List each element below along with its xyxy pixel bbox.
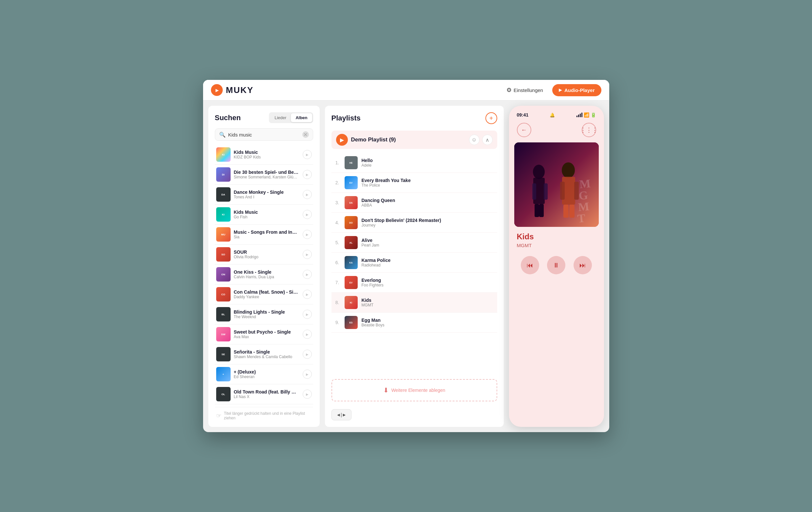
svg-text:T: T [577, 211, 586, 225]
playlist-chevron-button[interactable]: ∧ [482, 134, 493, 145]
song-title: Die 30 besten Spiel- und Beweg... [234, 170, 299, 175]
track-artist: Pearl Jam [361, 243, 495, 247]
pause-button[interactable]: ⏸ [547, 256, 566, 274]
play-song-button[interactable]: ▶ [303, 270, 312, 279]
track-info: Alive Pearl Jam [361, 238, 495, 247]
track-thumb: EV [345, 176, 358, 189]
clear-icon[interactable]: ✕ [302, 131, 309, 138]
list-item[interactable]: KI Kids Music Go Fish ▶ [215, 205, 313, 224]
table-row[interactable]: 8. KI Kids MGMT [331, 293, 497, 313]
track-thumb: EG [345, 316, 358, 329]
playlist-panel: Playlists + ▶ Demo Playlist (9) ☺ ∧ [325, 106, 504, 427]
play-icon: ▶ [559, 88, 562, 92]
header: MUKY ⚙ Einstellungen ▶ Audio-Player [203, 80, 609, 100]
track-info: Kids MGMT [361, 298, 495, 307]
list-item[interactable]: MU Music - Songs From and Inspire... Sia… [215, 224, 313, 245]
menu-button[interactable]: ⋮⋮⋮ [582, 123, 596, 137]
list-item[interactable]: OL Old Town Road (feat. Billy Ray C... L… [215, 384, 313, 404]
list-item[interactable]: DI Die 30 besten Spiel- und Beweg... Sim… [215, 165, 313, 185]
song-thumb: CO [216, 287, 231, 302]
svg-point-7 [562, 162, 575, 178]
song-artist: Olivia Rodrigo [234, 255, 299, 259]
logo-icon [211, 84, 223, 96]
add-playlist-button[interactable]: + [486, 112, 497, 124]
play-song-button[interactable]: ▶ [303, 310, 312, 319]
track-info: Every Breath You Take The Police [361, 178, 495, 188]
song-thumb: MU [216, 227, 231, 242]
list-item[interactable]: + + (Deluxe) Ed Sheeran ▶ [215, 364, 313, 384]
track-title: Don't Stop Believin' (2024 Remaster) [361, 218, 495, 223]
list-item[interactable]: DA Dance Monkey - Single Tones And I ▶ [215, 185, 313, 205]
song-thumb: DA [216, 187, 231, 202]
svg-rect-6 [539, 204, 544, 217]
play-song-button[interactable]: ▶ [303, 210, 312, 219]
list-item[interactable]: SW Sweet but Psycho - Single Ava Max ▶ [215, 324, 313, 344]
table-row[interactable]: 4. DO Don't Stop Believin' (2024 Remaste… [331, 213, 497, 233]
play-song-button[interactable]: ▶ [303, 370, 312, 379]
playlist-name-row: ▶ Demo Playlist (9) ☺ ∧ [331, 131, 497, 149]
song-artist: Ava Max [234, 335, 299, 339]
track-artist: Radiohead [361, 263, 495, 267]
tab-songs[interactable]: Lieder [270, 113, 291, 122]
track-number: 9. [334, 320, 341, 325]
play-song-button[interactable]: ▶ [303, 250, 312, 259]
search-input[interactable] [228, 132, 300, 138]
svg-rect-9 [560, 182, 565, 200]
track-title: Kids [361, 298, 495, 303]
list-item[interactable]: CO Con Calma (feat. Snow) - Single Daddy… [215, 284, 313, 304]
phone-icons: 📶 🔋 [577, 112, 596, 118]
song-thumb: KI [216, 147, 231, 162]
list-item[interactable]: ON One Kiss - Single Calvin Harris, Dua … [215, 265, 313, 284]
split-button[interactable]: ◄|► [331, 409, 351, 420]
tab-albums[interactable]: Alben [291, 113, 312, 122]
play-song-button[interactable]: ▶ [303, 150, 312, 159]
play-song-button[interactable]: ▶ [303, 230, 312, 239]
next-button[interactable]: ⏭ [574, 256, 592, 274]
phone-status-bar: 09:41 🔔 📶 🔋 [514, 111, 599, 119]
song-artist: KIDZ BOP Kids [234, 155, 299, 159]
previous-button[interactable]: ⏮ [521, 256, 539, 274]
song-title: Old Town Road (feat. Billy Ray C... [234, 389, 299, 394]
search-icon: 🔍 [219, 131, 226, 138]
song-title: Sweet but Psycho - Single [234, 329, 299, 335]
song-title: SOUR [234, 249, 299, 255]
drag-icon: ☞ [216, 412, 222, 419]
song-title: + (Deluxe) [234, 369, 299, 374]
list-item[interactable]: SO SOUR Olivia Rodrigo ▶ [215, 245, 313, 265]
back-button[interactable]: ← [517, 123, 531, 137]
song-thumb: KI [216, 207, 231, 222]
list-item[interactable]: SE Señorita - Single Shawn Mendes & Cami… [215, 344, 313, 364]
list-item[interactable]: BL Blinding Lights - Single The Weeknd ▶ [215, 304, 313, 324]
play-song-button[interactable]: ▶ [303, 350, 312, 359]
song-info: Music - Songs From and Inspire... Sia [234, 230, 299, 239]
song-info: Señorita - Single Shawn Mendes & Camila … [234, 349, 299, 359]
playlist-smiley-button[interactable]: ☺ [469, 134, 480, 145]
phone-nav: ← ⋮⋮⋮ [514, 123, 599, 137]
table-row[interactable]: 2. EV Every Breath You Take The Police [331, 173, 497, 193]
audio-player-button[interactable]: ▶ Audio-Player [552, 84, 601, 96]
song-title: One Kiss - Single [234, 269, 299, 275]
song-title: Music - Songs From and Inspire... [234, 230, 299, 235]
track-number: 2. [334, 180, 341, 185]
list-item[interactable]: KI Kids Music KIDZ BOP Kids ▶ [215, 145, 313, 165]
table-row[interactable]: 3. DA Dancing Queen ABBA [331, 193, 497, 213]
table-row[interactable]: 7. EV Everlong Foo Fighters [331, 273, 497, 293]
track-artist: Journey [361, 223, 495, 228]
song-info: Blinding Lights - Single The Weeknd [234, 309, 299, 319]
phone-track-artist: MGMT [514, 243, 599, 248]
play-song-button[interactable]: ▶ [303, 390, 312, 399]
table-row[interactable]: 5. AL Alive Pearl Jam [331, 233, 497, 253]
table-row[interactable]: 6. KA Karma Police Radiohead [331, 253, 497, 273]
play-song-button[interactable]: ▶ [303, 190, 312, 199]
play-song-button[interactable]: ▶ [303, 290, 312, 299]
table-row[interactable]: 1. HE Hello Adele [331, 153, 497, 173]
drop-zone[interactable]: ⬇ Weitere Elemente ablegen [331, 379, 497, 401]
song-info: Con Calma (feat. Snow) - Single Daddy Ya… [234, 290, 299, 299]
settings-button[interactable]: ⚙ Einstellungen [502, 84, 547, 96]
sidebar-title: Suchen [215, 114, 241, 122]
track-info: Everlong Foo Fighters [361, 278, 495, 288]
play-song-button[interactable]: ▶ [303, 330, 312, 339]
table-row[interactable]: 9. EG Egg Man Beastie Boys [331, 313, 497, 333]
song-artist: Daddy Yankee [234, 295, 299, 299]
play-song-button[interactable]: ▶ [303, 170, 312, 179]
